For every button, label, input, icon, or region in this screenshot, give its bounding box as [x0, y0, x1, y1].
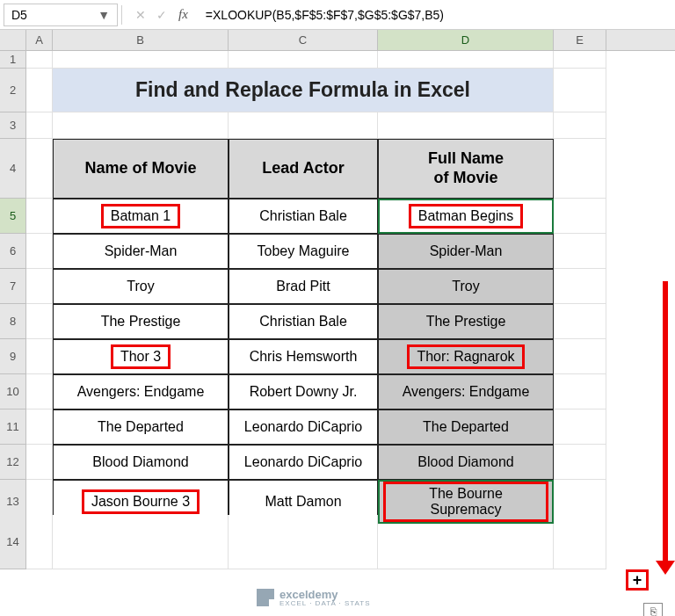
row-header[interactable]: 11 — [0, 409, 26, 445]
autofill-options-icon[interactable]: ⎘ — [643, 603, 663, 616]
highlight-box: Batman Begins — [409, 204, 524, 228]
cell[interactable] — [26, 51, 53, 69]
fill-handle-icon[interactable]: + — [626, 569, 649, 591]
name-box[interactable]: D5 ▼ — [4, 4, 118, 26]
cell-c[interactable]: Leonardo DiCaprio — [229, 409, 378, 445]
cell[interactable] — [26, 69, 53, 112]
cell[interactable] — [554, 199, 606, 234]
row-3: 3 — [0, 112, 675, 139]
cell-b[interactable]: Spider-Man — [53, 234, 229, 269]
cell[interactable] — [378, 51, 554, 69]
row-4: 4 Name of Movie Lead Actor Full Name of … — [0, 139, 675, 199]
cell-d[interactable]: Batman Begins — [378, 199, 554, 234]
cell[interactable] — [554, 339, 606, 374]
cell[interactable] — [53, 112, 229, 139]
row-header[interactable]: 2 — [0, 69, 26, 112]
cell[interactable] — [554, 112, 606, 139]
cell[interactable] — [554, 51, 606, 69]
cell[interactable] — [26, 515, 53, 569]
cell[interactable] — [554, 234, 606, 269]
cell-c[interactable]: Brad Pitt — [229, 269, 378, 304]
cell-d[interactable]: The Bourne Supremacy — [378, 480, 554, 524]
cell[interactable] — [229, 112, 378, 139]
divider — [121, 5, 122, 25]
cell[interactable] — [554, 515, 606, 569]
cell[interactable] — [26, 409, 53, 445]
cancel-icon[interactable]: ✕ — [133, 8, 149, 22]
row-header[interactable]: 9 — [0, 339, 26, 374]
select-all-corner[interactable] — [0, 30, 26, 50]
table-header-b[interactable]: Name of Movie — [53, 139, 229, 199]
cell[interactable] — [26, 199, 53, 234]
row-header[interactable]: 6 — [0, 234, 26, 269]
cell[interactable] — [26, 139, 53, 199]
cell[interactable] — [554, 69, 606, 112]
fx-icon[interactable]: fx — [178, 7, 188, 22]
drag-arrow-annotation — [663, 281, 668, 562]
confirm-icon[interactable]: ✓ — [154, 8, 170, 22]
cell[interactable] — [26, 112, 53, 139]
sheet-title[interactable]: Find and Replace Formula in Excel — [53, 69, 554, 112]
cell[interactable] — [26, 269, 53, 304]
table-header-d[interactable]: Full Name of Movie — [378, 139, 554, 199]
cell-b[interactable]: Blood Diamond — [53, 445, 229, 480]
row-header[interactable]: 14 — [0, 515, 26, 569]
cell[interactable] — [554, 445, 606, 480]
cell-d[interactable]: The Departed — [378, 409, 554, 445]
row-header[interactable]: 10 — [0, 374, 26, 409]
cell[interactable] — [554, 409, 606, 445]
row-header[interactable]: 7 — [0, 269, 26, 304]
cell[interactable] — [26, 445, 53, 480]
col-header-e[interactable]: E — [554, 30, 606, 50]
cell-d[interactable]: Blood Diamond — [378, 445, 554, 480]
cell[interactable] — [554, 304, 606, 339]
table-row: 9Thor 3Chris HemsworthThor: Ragnarok — [0, 339, 675, 374]
cell-c[interactable]: Robert Downy Jr. — [229, 374, 378, 409]
cell-d[interactable]: Troy — [378, 269, 554, 304]
col-header-d[interactable]: D — [378, 30, 554, 50]
col-header-b[interactable]: B — [53, 30, 229, 50]
cell[interactable] — [26, 339, 53, 374]
cell-c[interactable]: Christian Bale — [229, 304, 378, 339]
table-header-c[interactable]: Lead Actor — [229, 139, 378, 199]
cell-d[interactable]: Avengers: Endgame — [378, 374, 554, 409]
row-header[interactable]: 1 — [0, 51, 26, 69]
cell-b[interactable]: The Prestige — [53, 304, 229, 339]
cell[interactable] — [26, 374, 53, 409]
formula-input[interactable] — [199, 4, 671, 26]
cell[interactable] — [554, 139, 606, 199]
cell-c[interactable]: Christian Bale — [229, 199, 378, 234]
cell-d[interactable]: Spider-Man — [378, 234, 554, 269]
row-header[interactable]: 4 — [0, 139, 26, 199]
chevron-down-icon[interactable]: ▼ — [98, 8, 110, 22]
cell-d[interactable]: Thor: Ragnarok — [378, 339, 554, 374]
cell-b[interactable]: Batman 1 — [53, 199, 229, 234]
cell-c[interactable]: Leonardo DiCaprio — [229, 445, 378, 480]
cell-b[interactable]: The Departed — [53, 409, 229, 445]
row-header[interactable]: 5 — [0, 199, 26, 234]
col-header-a[interactable]: A — [26, 30, 53, 50]
cell[interactable] — [53, 51, 229, 69]
table-row: 5Batman 1Christian BaleBatman Begins — [0, 199, 675, 234]
row-header[interactable]: 12 — [0, 445, 26, 480]
highlight-box: The Bourne Supremacy — [383, 482, 548, 522]
cell[interactable] — [26, 234, 53, 269]
cell-c[interactable]: Chris Hemsworth — [229, 339, 378, 374]
cell-b[interactable]: Avengers: Endgame — [53, 374, 229, 409]
cell-b[interactable]: Troy — [53, 269, 229, 304]
formula-buttons: ✕ ✓ fx — [126, 7, 195, 22]
row-header[interactable]: 8 — [0, 304, 26, 339]
cell[interactable] — [53, 515, 229, 569]
cell[interactable] — [229, 51, 378, 69]
cell[interactable] — [26, 304, 53, 339]
cell[interactable] — [229, 515, 378, 569]
cell-c[interactable]: Tobey Maguire — [229, 234, 378, 269]
cell[interactable] — [554, 269, 606, 304]
cell-b[interactable]: Thor 3 — [53, 339, 229, 374]
cell[interactable] — [554, 374, 606, 409]
row-header[interactable]: 3 — [0, 112, 26, 139]
cell-d[interactable]: The Prestige — [378, 304, 554, 339]
cell[interactable] — [378, 112, 554, 139]
col-header-c[interactable]: C — [229, 30, 378, 50]
row-2: 2 Find and Replace Formula in Excel — [0, 69, 675, 112]
